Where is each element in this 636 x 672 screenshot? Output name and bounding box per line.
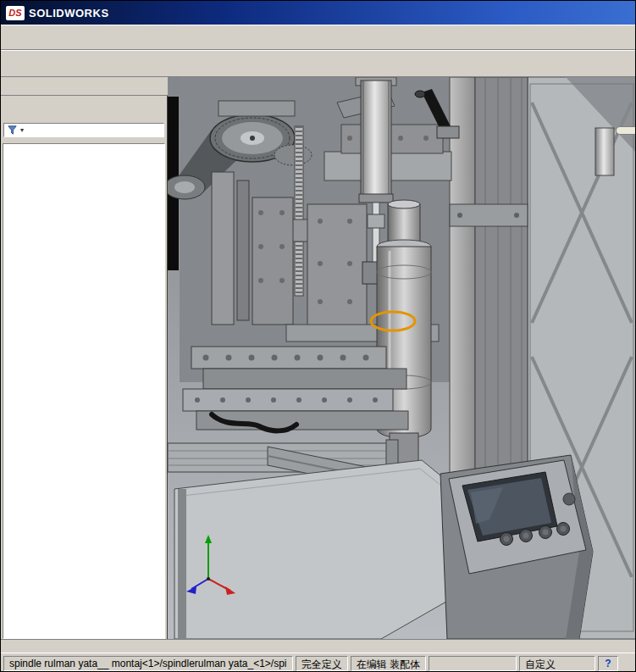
dassault-logo-icon: DS bbox=[6, 6, 25, 20]
feature-tree bbox=[3, 143, 165, 639]
status-message: spindle rulman yata__ montaj<1>/spindler… bbox=[3, 656, 293, 671]
heads-up-view-toolbar bbox=[168, 82, 636, 99]
graphics-viewport[interactable] bbox=[168, 77, 636, 639]
title-bar: DS SOLIDWORKS bbox=[1, 1, 635, 25]
tree-filter-input[interactable]: ▾ bbox=[3, 123, 164, 137]
filter-caret-icon[interactable]: ▾ bbox=[20, 126, 24, 134]
tree-filter-row: ▾ bbox=[1, 121, 167, 140]
solidworks-logo: DS SOLIDWORKS bbox=[4, 6, 114, 20]
spindle-cylinder[interactable] bbox=[377, 200, 431, 477]
toolbar-row-2 bbox=[1, 50, 635, 77]
filter-funnel-icon bbox=[7, 125, 18, 136]
feature-manager-panel: ▾ bbox=[1, 96, 168, 639]
solidworks-window: { "titlebar": { "logo_mark": "DS", "logo… bbox=[0, 0, 636, 672]
status-custom-dropdown[interactable]: 自定义 bbox=[519, 656, 595, 671]
status-edit-state: 在编辑 装配体 bbox=[351, 656, 426, 671]
machine-3d-model[interactable] bbox=[168, 77, 636, 639]
status-spacer bbox=[429, 656, 517, 671]
panel-tab-strip bbox=[1, 96, 167, 121]
status-bar: spindle rulman yata__ montaj<1>/spindler… bbox=[1, 653, 636, 672]
status-define-state: 完全定义 bbox=[296, 656, 348, 671]
command-manager-tabs bbox=[1, 77, 168, 96]
resize-grip[interactable] bbox=[621, 656, 634, 671]
task-pane-strip bbox=[616, 126, 636, 135]
control-panel[interactable] bbox=[440, 455, 593, 639]
app-title: SOLIDWORKS bbox=[29, 7, 109, 19]
toolbar-row-1 bbox=[1, 25, 635, 50]
document-tab-bar bbox=[1, 639, 636, 653]
status-help-icon[interactable]: ? bbox=[598, 656, 618, 671]
